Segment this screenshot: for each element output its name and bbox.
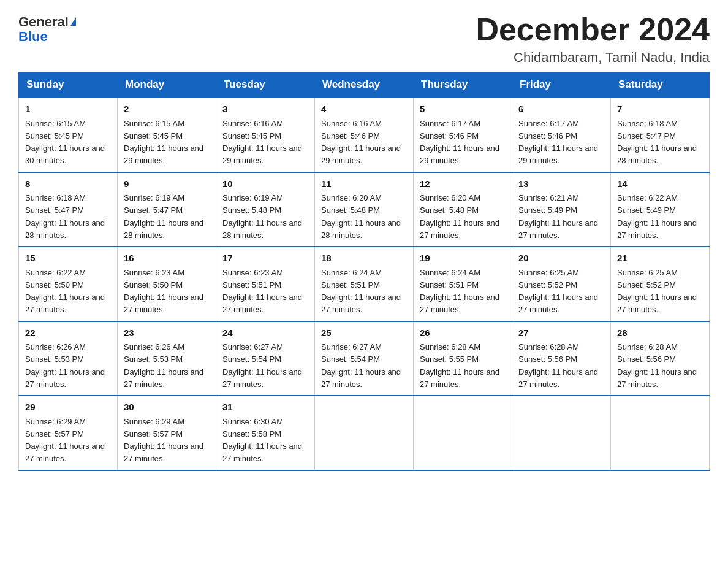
day-info: Sunrise: 6:16 AMSunset: 5:46 PMDaylight:…: [321, 119, 401, 166]
weekday-header-saturday: Saturday: [611, 72, 710, 98]
week-row-3: 15 Sunrise: 6:22 AMSunset: 5:50 PMDaylig…: [19, 247, 710, 321]
day-number: 11: [321, 177, 407, 191]
day-cell-9: 9 Sunrise: 6:19 AMSunset: 5:47 PMDayligh…: [118, 172, 216, 247]
day-info: Sunrise: 6:27 AMSunset: 5:54 PMDaylight:…: [321, 342, 401, 389]
day-cell-3: 3 Sunrise: 6:16 AMSunset: 5:45 PMDayligh…: [216, 98, 315, 172]
day-cell-28: 28 Sunrise: 6:28 AMSunset: 5:56 PMDaylig…: [611, 321, 710, 396]
weekday-header-thursday: Thursday: [414, 72, 512, 98]
day-info: Sunrise: 6:29 AMSunset: 5:57 PMDaylight:…: [25, 417, 105, 464]
weekday-header-monday: Monday: [118, 72, 216, 98]
day-info: Sunrise: 6:25 AMSunset: 5:52 PMDaylight:…: [617, 268, 697, 315]
day-cell-16: 16 Sunrise: 6:23 AMSunset: 5:50 PMDaylig…: [118, 247, 216, 321]
calendar-table: SundayMondayTuesdayWednesdayThursdayFrid…: [18, 72, 710, 471]
day-number: 12: [420, 177, 506, 191]
day-number: 16: [124, 251, 210, 266]
day-cell-24: 24 Sunrise: 6:27 AMSunset: 5:54 PMDaylig…: [216, 321, 315, 396]
day-cell-26: 26 Sunrise: 6:28 AMSunset: 5:55 PMDaylig…: [414, 321, 512, 396]
weekday-header-tuesday: Tuesday: [216, 72, 315, 98]
day-info: Sunrise: 6:28 AMSunset: 5:56 PMDaylight:…: [617, 342, 697, 389]
day-info: Sunrise: 6:17 AMSunset: 5:46 PMDaylight:…: [420, 119, 499, 166]
day-number: 3: [222, 102, 308, 117]
day-number: 21: [617, 251, 703, 266]
day-info: Sunrise: 6:18 AMSunset: 5:47 PMDaylight:…: [25, 193, 105, 240]
logo-triangle-icon: [70, 17, 76, 26]
day-cell-6: 6 Sunrise: 6:17 AMSunset: 5:46 PMDayligh…: [512, 98, 611, 172]
weekday-header-row: SundayMondayTuesdayWednesdayThursdayFrid…: [19, 72, 710, 98]
day-number: 5: [420, 102, 506, 117]
day-cell-30: 30 Sunrise: 6:29 AMSunset: 5:57 PMDaylig…: [118, 396, 216, 470]
title-section: December 2024 Chidambaram, Tamil Nadu, I…: [476, 12, 710, 66]
day-number: 31: [222, 400, 308, 415]
empty-cell: [315, 396, 414, 470]
day-number: 19: [420, 251, 506, 266]
day-info: Sunrise: 6:18 AMSunset: 5:47 PMDaylight:…: [617, 119, 697, 166]
day-cell-29: 29 Sunrise: 6:29 AMSunset: 5:57 PMDaylig…: [19, 396, 118, 470]
week-row-1: 1 Sunrise: 6:15 AMSunset: 5:45 PMDayligh…: [19, 98, 710, 172]
day-number: 10: [222, 177, 308, 191]
page-header: General Blue December 2024 Chidambaram, …: [18, 12, 710, 66]
day-cell-27: 27 Sunrise: 6:28 AMSunset: 5:56 PMDaylig…: [512, 321, 611, 396]
day-number: 29: [25, 400, 111, 415]
day-number: 2: [124, 102, 210, 117]
day-info: Sunrise: 6:23 AMSunset: 5:51 PMDaylight:…: [222, 268, 302, 315]
day-info: Sunrise: 6:25 AMSunset: 5:52 PMDaylight:…: [518, 268, 598, 315]
week-row-2: 8 Sunrise: 6:18 AMSunset: 5:47 PMDayligh…: [19, 172, 710, 247]
day-info: Sunrise: 6:17 AMSunset: 5:46 PMDaylight:…: [518, 119, 598, 166]
day-cell-23: 23 Sunrise: 6:26 AMSunset: 5:53 PMDaylig…: [118, 321, 216, 396]
empty-cell: [611, 396, 710, 470]
day-cell-11: 11 Sunrise: 6:20 AMSunset: 5:48 PMDaylig…: [315, 172, 414, 247]
day-number: 8: [25, 177, 111, 191]
day-cell-20: 20 Sunrise: 6:25 AMSunset: 5:52 PMDaylig…: [512, 247, 611, 321]
day-cell-19: 19 Sunrise: 6:24 AMSunset: 5:51 PMDaylig…: [414, 247, 512, 321]
day-number: 1: [25, 102, 111, 117]
day-cell-7: 7 Sunrise: 6:18 AMSunset: 5:47 PMDayligh…: [611, 98, 710, 172]
day-cell-18: 18 Sunrise: 6:24 AMSunset: 5:51 PMDaylig…: [315, 247, 414, 321]
day-number: 24: [222, 326, 308, 340]
day-number: 14: [617, 177, 703, 191]
day-cell-22: 22 Sunrise: 6:26 AMSunset: 5:53 PMDaylig…: [19, 321, 118, 396]
day-cell-15: 15 Sunrise: 6:22 AMSunset: 5:50 PMDaylig…: [19, 247, 118, 321]
day-info: Sunrise: 6:15 AMSunset: 5:45 PMDaylight:…: [25, 119, 105, 166]
weekday-header-wednesday: Wednesday: [315, 72, 414, 98]
day-number: 22: [25, 326, 111, 340]
day-cell-31: 31 Sunrise: 6:30 AMSunset: 5:58 PMDaylig…: [216, 396, 315, 470]
day-info: Sunrise: 6:27 AMSunset: 5:54 PMDaylight:…: [222, 342, 302, 389]
weekday-header-friday: Friday: [512, 72, 611, 98]
day-cell-21: 21 Sunrise: 6:25 AMSunset: 5:52 PMDaylig…: [611, 247, 710, 321]
day-info: Sunrise: 6:28 AMSunset: 5:56 PMDaylight:…: [518, 342, 598, 389]
location-title: Chidambaram, Tamil Nadu, India: [476, 50, 710, 66]
empty-cell: [414, 396, 512, 470]
day-cell-13: 13 Sunrise: 6:21 AMSunset: 5:49 PMDaylig…: [512, 172, 611, 247]
empty-cell: [512, 396, 611, 470]
day-number: 25: [321, 326, 407, 340]
day-info: Sunrise: 6:16 AMSunset: 5:45 PMDaylight:…: [222, 119, 302, 166]
day-info: Sunrise: 6:20 AMSunset: 5:48 PMDaylight:…: [321, 193, 401, 240]
day-number: 27: [518, 326, 604, 340]
logo-general-text: General: [18, 15, 69, 29]
day-info: Sunrise: 6:29 AMSunset: 5:57 PMDaylight:…: [124, 417, 203, 464]
day-info: Sunrise: 6:26 AMSunset: 5:53 PMDaylight:…: [25, 342, 105, 389]
day-number: 9: [124, 177, 210, 191]
week-row-4: 22 Sunrise: 6:26 AMSunset: 5:53 PMDaylig…: [19, 321, 710, 396]
day-number: 18: [321, 251, 407, 266]
day-number: 4: [321, 102, 407, 117]
day-info: Sunrise: 6:24 AMSunset: 5:51 PMDaylight:…: [420, 268, 499, 315]
day-info: Sunrise: 6:15 AMSunset: 5:45 PMDaylight:…: [124, 119, 203, 166]
day-info: Sunrise: 6:24 AMSunset: 5:51 PMDaylight:…: [321, 268, 401, 315]
day-cell-12: 12 Sunrise: 6:20 AMSunset: 5:48 PMDaylig…: [414, 172, 512, 247]
logo: General Blue: [18, 12, 76, 44]
day-cell-1: 1 Sunrise: 6:15 AMSunset: 5:45 PMDayligh…: [19, 98, 118, 172]
day-cell-2: 2 Sunrise: 6:15 AMSunset: 5:45 PMDayligh…: [118, 98, 216, 172]
day-cell-25: 25 Sunrise: 6:27 AMSunset: 5:54 PMDaylig…: [315, 321, 414, 396]
day-cell-17: 17 Sunrise: 6:23 AMSunset: 5:51 PMDaylig…: [216, 247, 315, 321]
logo-blue-text: Blue: [18, 30, 48, 44]
day-number: 30: [124, 400, 210, 415]
day-cell-14: 14 Sunrise: 6:22 AMSunset: 5:49 PMDaylig…: [611, 172, 710, 247]
day-cell-8: 8 Sunrise: 6:18 AMSunset: 5:47 PMDayligh…: [19, 172, 118, 247]
day-info: Sunrise: 6:30 AMSunset: 5:58 PMDaylight:…: [222, 417, 302, 464]
day-number: 13: [518, 177, 604, 191]
day-number: 7: [617, 102, 703, 117]
day-number: 23: [124, 326, 210, 340]
day-info: Sunrise: 6:19 AMSunset: 5:47 PMDaylight:…: [124, 193, 203, 240]
day-info: Sunrise: 6:22 AMSunset: 5:50 PMDaylight:…: [25, 268, 105, 315]
